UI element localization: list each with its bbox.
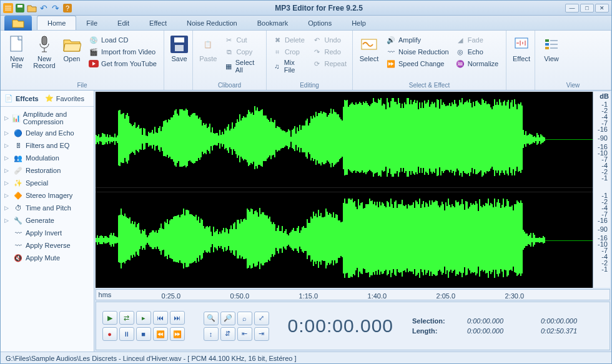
new-record-button[interactable]: New Record	[32, 32, 57, 72]
get-youtube-button[interactable]: Get from YouTube	[87, 58, 159, 69]
tab-bookmark[interactable]: Bookmark	[247, 16, 299, 30]
new-file-button[interactable]: New File	[4, 32, 29, 72]
close-button[interactable]: ✕	[595, 4, 609, 12]
clipboard-icon: 📋	[198, 34, 218, 54]
youtube-icon	[89, 59, 99, 69]
tree-item[interactable]: ▷📊Amplitude and Compression	[2, 109, 92, 127]
tree-icon: 🔇	[13, 253, 23, 263]
view-button[interactable]: View	[539, 32, 564, 65]
tab-edit[interactable]: Edit	[107, 16, 139, 30]
zoom-right-button[interactable]: ⇥	[254, 327, 269, 341]
zoom-sel-button[interactable]: ⌕	[237, 312, 252, 325]
microphone-icon	[34, 34, 54, 54]
tree-item[interactable]: ▷🎚Filters and EQ	[2, 139, 92, 152]
app-menu-button[interactable]	[4, 16, 32, 31]
mix-file-button[interactable]: ♫Mix File	[270, 58, 308, 74]
end-button[interactable]: ⏩	[170, 327, 185, 341]
tree-icon: 🩹	[13, 165, 23, 175]
tree-item[interactable]: 〰Apply Reverse	[2, 239, 92, 252]
maximize-button[interactable]: □	[580, 4, 594, 12]
rewind-button[interactable]: ⏮	[153, 311, 168, 325]
svg-text:?: ?	[66, 4, 69, 12]
status-text: G:\Files\Sample Audios\Les Discrets - Li…	[6, 355, 297, 362]
tab-home[interactable]: Home	[37, 16, 76, 30]
normalize-button[interactable]: ♒Normalize	[453, 58, 501, 69]
tree-icon: ✨	[13, 178, 23, 188]
tree-item[interactable]: ▷👥Modulation	[2, 152, 92, 164]
tab-file[interactable]: File	[76, 16, 107, 30]
length-end: 0:02:50.371	[541, 327, 603, 335]
normalize-icon: ♒	[455, 59, 465, 69]
zoom-left-button[interactable]: ⇤	[237, 327, 252, 341]
pause-button[interactable]: ⏸	[119, 327, 134, 341]
cut-button[interactable]: ✂Cut	[222, 34, 262, 46]
redo-button[interactable]: ↷Redo	[310, 46, 348, 57]
forward-button[interactable]: ⏭	[170, 311, 185, 325]
zoom-vout-button[interactable]: ⇵	[220, 327, 235, 341]
select-icon	[359, 34, 379, 54]
qat-undo-icon[interactable]: ↶	[39, 3, 49, 13]
zoom-vin-button[interactable]: ↕	[204, 327, 219, 341]
zoom-full-button[interactable]: ⤢	[254, 312, 269, 325]
minimize-button[interactable]: —	[565, 4, 579, 12]
echo-button[interactable]: ◎Echo	[453, 46, 501, 57]
zoom-in-button[interactable]: 🔍	[204, 312, 219, 325]
start-button[interactable]: ⏪	[153, 327, 168, 341]
tree-item[interactable]: ▷🔵Delay and Echo	[2, 127, 92, 139]
qat-open-icon[interactable]	[27, 3, 37, 13]
video-icon: 🎬	[89, 47, 99, 57]
tree-item[interactable]: ▷🩹Restoration	[2, 164, 92, 177]
open-button[interactable]: Open	[59, 32, 84, 65]
speed-change-button[interactable]: ⏩Speed Change	[384, 58, 451, 69]
tree-icon: 🔵	[13, 128, 23, 138]
tree-item[interactable]: ▷⏱Time and Pitch	[2, 202, 92, 214]
zoom-out-button[interactable]: 🔎	[220, 312, 235, 325]
copy-button[interactable]: ⧉Copy	[222, 46, 262, 57]
timeline[interactable]: hms 0:25.00:50.01:15.01:40.02:05.02:30.0	[96, 289, 610, 300]
sidebar-tab-favorites[interactable]: ⭐Favorites	[45, 94, 84, 102]
effect-button[interactable]: Effect	[510, 32, 533, 65]
tab-options[interactable]: Options	[298, 16, 342, 30]
import-video-button[interactable]: 🎬Import from Video	[87, 46, 159, 57]
group-label-clipboard: Cliboard	[197, 81, 262, 90]
delete-button[interactable]: ✖Delete	[270, 34, 308, 46]
fade-button[interactable]: ◢Fade	[453, 34, 501, 46]
play-button[interactable]: ▶	[102, 311, 117, 325]
qat-help-icon[interactable]: ?	[62, 3, 72, 13]
repeat-button[interactable]: ⟳Repeat	[310, 58, 348, 69]
tab-noise-reduction[interactable]: Noise Reduction	[177, 16, 247, 30]
length-start: 0:00:00.000	[467, 327, 530, 335]
stop-button[interactable]: ■	[136, 327, 151, 341]
crop-button[interactable]: ⌗Crop	[270, 46, 308, 57]
file-icon	[7, 34, 27, 54]
select-all-icon: ▦	[224, 61, 233, 71]
save-button[interactable]: Save	[168, 32, 190, 65]
tree-item[interactable]: 🔇Apply Mute	[2, 252, 92, 264]
sidebar-tab-effects[interactable]: 📄Effcets	[4, 94, 39, 102]
statusbar: G:\Files\Sample Audios\Les Discrets - Li…	[1, 352, 611, 364]
loop-button[interactable]: ⇄	[119, 311, 134, 325]
waveform-display[interactable]: dB -1-2-4-7-16-90-16-10-7-4-2-1-1-2-4-7-…	[96, 92, 610, 288]
load-cd-button[interactable]: 💿Load CD	[87, 34, 159, 46]
play-sel-button[interactable]: ▸	[136, 311, 151, 325]
paste-button[interactable]: 📋Paste	[197, 32, 220, 65]
tree-item[interactable]: ▷✨Special	[2, 177, 92, 189]
amplify-button[interactable]: 🔊Amplify	[384, 34, 451, 46]
cd-icon: 💿	[89, 35, 99, 45]
select-all-button[interactable]: ▦Select All	[222, 58, 262, 74]
app-title: MP3 Editor for Free 9.2.5	[72, 4, 565, 12]
tree-item[interactable]: ▷🔧Generate	[2, 214, 92, 227]
db-scale: dB -1-2-4-7-16-90-16-10-7-4-2-1-1-2-4-7-…	[593, 92, 610, 288]
noise-reduction-button[interactable]: 〰Noise Reduction	[384, 46, 451, 57]
qat-redo-icon[interactable]: ↷	[51, 3, 61, 13]
tab-help[interactable]: Help	[342, 16, 376, 30]
tree-item[interactable]: 〰Apply Invert	[2, 227, 92, 239]
tab-effect[interactable]: Effect	[139, 16, 177, 30]
tree-item[interactable]: ▷🔶Stereo Imagery	[2, 189, 92, 202]
record-button[interactable]: ●	[102, 327, 117, 341]
folder-open-icon	[62, 34, 82, 54]
select-button[interactable]: Select	[357, 32, 382, 65]
svg-rect-10	[175, 45, 184, 51]
qat-save-icon[interactable]	[15, 3, 25, 13]
undo-button[interactable]: ↶Undo	[310, 34, 348, 46]
